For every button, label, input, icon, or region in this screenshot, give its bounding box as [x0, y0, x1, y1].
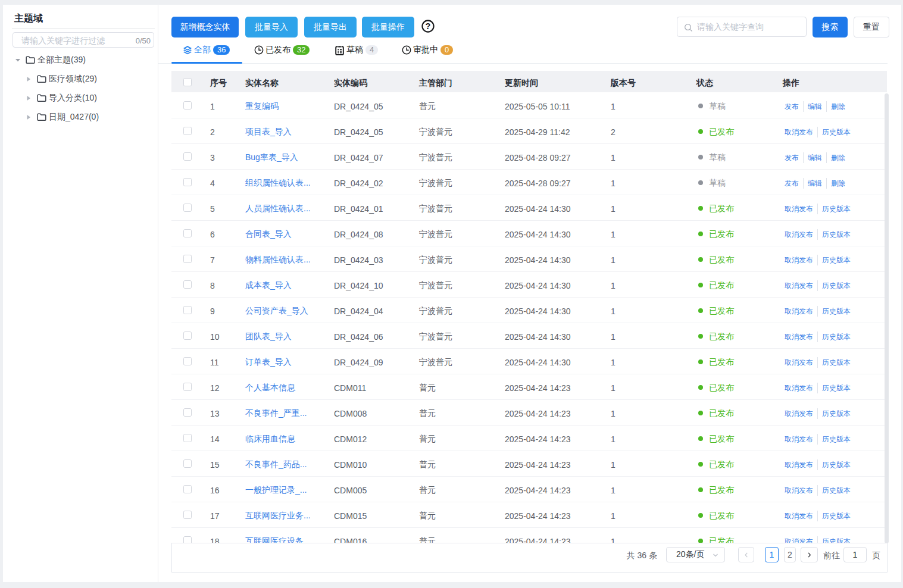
svg-text:?: ? — [426, 21, 431, 31]
